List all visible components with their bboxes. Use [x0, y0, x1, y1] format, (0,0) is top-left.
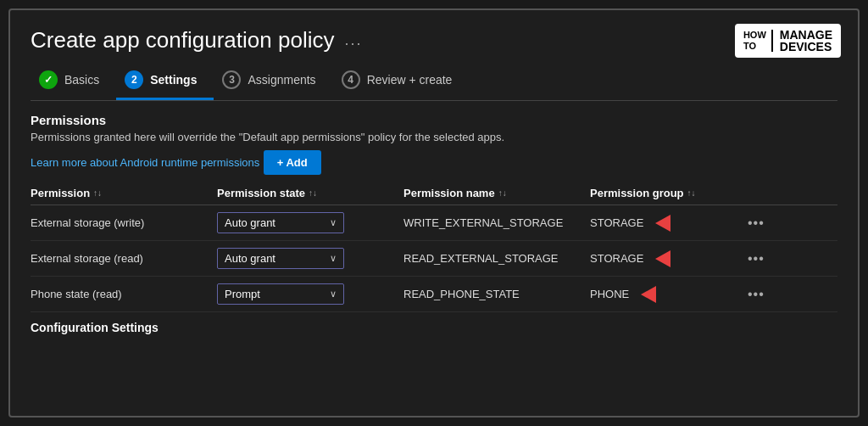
- sort-icon-name[interactable]: ↑↓: [498, 188, 507, 198]
- tabs-row: ✓ Basics 2 Settings 3 Assignments 4 Revi…: [31, 64, 837, 101]
- tab-assignments[interactable]: 3 Assignments: [214, 64, 332, 100]
- sort-icon-state[interactable]: ↑↓: [309, 188, 317, 198]
- page-title: Create app configuration policy: [31, 27, 334, 53]
- arrow-icon-2: [641, 286, 656, 303]
- chevron-down-icon: ∨: [330, 253, 337, 264]
- cell-permission-1: External storage (read): [31, 252, 217, 265]
- tab-basics-label: Basics: [64, 73, 99, 87]
- cell-more-2: •••: [743, 287, 776, 302]
- sort-icon-permission[interactable]: ↑↓: [93, 188, 102, 198]
- sort-icon-group[interactable]: ↑↓: [687, 188, 696, 198]
- permissions-description: Permissions granted here will override t…: [31, 131, 837, 143]
- tab-review-label: Review + create: [367, 73, 453, 87]
- logo: HOW TO MANAGE DEVICES: [735, 24, 841, 58]
- ellipsis-button[interactable]: ...: [344, 31, 362, 49]
- tab-review-circle: 4: [342, 70, 360, 89]
- cell-group-1: STORAGE: [590, 250, 743, 267]
- col-header-state: Permission state ↑↓: [217, 187, 403, 199]
- chevron-down-icon: ∨: [330, 289, 337, 300]
- tab-assignments-circle: 3: [222, 70, 241, 89]
- cell-permission-2: Phone state (read): [31, 288, 217, 300]
- tab-review[interactable]: 4 Review + create: [333, 64, 470, 100]
- add-button[interactable]: + Add: [264, 150, 321, 175]
- cell-permission-0: External storage (write): [31, 216, 217, 229]
- arrow-icon-0: [655, 215, 670, 232]
- logo-manage: MANAGE: [780, 29, 832, 41]
- col-header-name: Permission name ↑↓: [403, 187, 590, 199]
- cell-name-1: READ_EXTERNAL_STORAGE: [403, 252, 590, 265]
- config-settings-title: Configuration Settings: [31, 321, 837, 334]
- dropdown-state-2[interactable]: Prompt ∨: [217, 283, 344, 305]
- cell-more-1: •••: [743, 251, 776, 266]
- tab-settings[interactable]: 2 Settings: [116, 64, 214, 100]
- table-row: External storage (read) Auto grant ∨ REA…: [31, 241, 837, 277]
- more-button-0[interactable]: •••: [743, 214, 770, 232]
- cell-name-0: WRITE_EXTERNAL_STORAGE: [403, 216, 590, 229]
- arrow-icon-1: [655, 250, 670, 267]
- page-title-row: Create app configuration policy ...: [31, 27, 837, 53]
- cell-more-0: •••: [743, 216, 776, 231]
- tab-basics-circle: ✓: [39, 70, 58, 89]
- chevron-down-icon: ∨: [330, 217, 337, 228]
- col-header-group: Permission group ↑↓: [590, 187, 743, 199]
- logo-devices: DEVICES: [780, 41, 832, 53]
- col-header-actions: [743, 187, 776, 199]
- tab-settings-circle: 2: [125, 70, 143, 89]
- cell-group-2: PHONE: [590, 286, 743, 303]
- tab-settings-label: Settings: [150, 73, 197, 87]
- more-button-2[interactable]: •••: [743, 285, 770, 303]
- cell-state-1: Auto grant ∨: [217, 248, 403, 269]
- permissions-section-title: Permissions: [31, 113, 837, 127]
- cell-state-2: Prompt ∨: [217, 283, 403, 305]
- main-container: HOW TO MANAGE DEVICES Create app configu…: [8, 8, 860, 418]
- cell-state-0: Auto grant ∨: [217, 212, 403, 233]
- dropdown-state-1[interactable]: Auto grant ∨: [217, 248, 344, 269]
- table-header: Permission ↑↓ Permission state ↑↓ Permis…: [31, 187, 837, 205]
- logo-to: TO: [743, 41, 766, 52]
- more-button-1[interactable]: •••: [743, 249, 770, 267]
- table-row: External storage (write) Auto grant ∨ WR…: [31, 205, 837, 241]
- cell-group-0: STORAGE: [590, 215, 743, 232]
- table-row: Phone state (read) Prompt ∨ READ_PHONE_S…: [31, 277, 837, 312]
- tab-basics[interactable]: ✓ Basics: [31, 64, 116, 100]
- cell-name-2: READ_PHONE_STATE: [403, 288, 590, 300]
- logo-how: HOW: [743, 30, 766, 41]
- tab-assignments-label: Assignments: [248, 73, 315, 87]
- col-header-permission: Permission ↑↓: [31, 187, 217, 199]
- permissions-table: Permission ↑↓ Permission state ↑↓ Permis…: [31, 187, 837, 312]
- dropdown-state-0[interactable]: Auto grant ∨: [217, 212, 344, 233]
- learn-more-link[interactable]: Learn more about Android runtime permiss…: [31, 156, 259, 169]
